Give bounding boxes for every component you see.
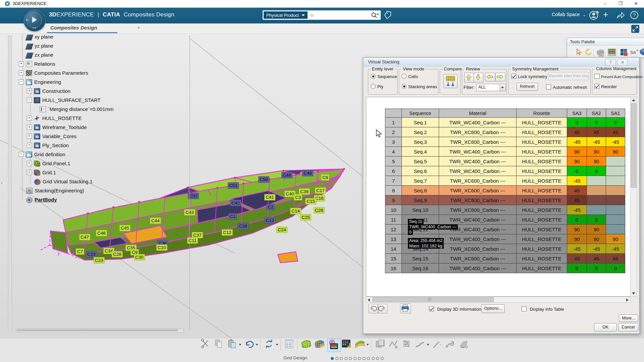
tree-item-grid-1[interactable]: +Grid.1: [10, 168, 56, 177]
sa2-cell[interactable]: [587, 205, 606, 215]
section-dot-4[interactable]: [344, 357, 347, 360]
material-cell[interactable]: TWR_XC600_Carbon ---: [439, 195, 517, 205]
tag-icon[interactable]: [383, 10, 392, 20]
row-number-cell[interactable]: 15: [385, 254, 402, 263]
stacking-table-icon[interactable]: [607, 48, 616, 57]
material-cell[interactable]: TWR_WC400_Carbon ---: [439, 157, 517, 166]
tree-item-hull-rosette[interactable]: +HULL_ROSETTE: [10, 114, 82, 123]
options-button[interactable]: Options...: [481, 304, 505, 313]
table-row-seq-6[interactable]: 6Seq.6TWR_WC400_Carbon ---HULL_ROSETTE00: [385, 166, 625, 176]
sa2-cell[interactable]: [587, 176, 606, 186]
sequence-cell[interactable]: Seq.8: [402, 186, 439, 195]
sa2-cell[interactable]: 45: [587, 127, 606, 137]
row-number-cell[interactable]: 9: [385, 195, 402, 205]
rosette-cell[interactable]: HULL_ROSETTE: [517, 176, 567, 186]
rosette-cell[interactable]: HULL_ROSETTE: [517, 137, 567, 147]
prevent-auto-computation-checkbox[interactable]: Prevent Auto Computation: [594, 73, 643, 79]
lock-symmetry-checkbox[interactable]: Lock symmetry: [511, 73, 547, 79]
sa1-cell[interactable]: -45: [606, 137, 625, 147]
row-number-cell[interactable]: 1: [385, 118, 402, 127]
dropdown-caret-icon[interactable]: [366, 344, 369, 346]
global-search[interactable]: Physical Product In: [263, 10, 381, 20]
material-cell[interactable]: TWR_XC600_Carbon ---: [439, 205, 517, 215]
tree-item-label[interactable]: Variable_Cores: [42, 133, 76, 139]
sa2-cell[interactable]: 90: [587, 225, 606, 234]
sa1-cell[interactable]: [606, 166, 625, 176]
checkbox-icon[interactable]: [511, 74, 516, 79]
help-icon[interactable]: ?: [630, 11, 639, 19]
scroll-right-icon[interactable]: [626, 298, 629, 302]
material-cell[interactable]: TWR_XC600_Carbon ---: [439, 127, 517, 137]
section-dot-1[interactable]: [331, 357, 334, 360]
rosette-cell[interactable]: HULL_ROSETTE: [517, 166, 567, 176]
radio-ply[interactable]: Ply: [371, 83, 383, 89]
tree-item-partbody[interactable]: PartBody: [10, 195, 57, 204]
rosette-cell[interactable]: HULL_ROSETTE: [517, 195, 567, 205]
sa2-cell[interactable]: 90: [587, 234, 606, 244]
sa1-cell[interactable]: 45: [606, 254, 625, 263]
cell-label-c1[interactable]: C1: [228, 213, 237, 220]
section-dot-12[interactable]: [381, 357, 384, 360]
tree-item-label[interactable]: Wireframe_Toolside: [42, 124, 87, 130]
material-cell[interactable]: TWR_WC400_Carbon ---: [439, 118, 517, 127]
tree-expander-icon[interactable]: +: [27, 88, 32, 94]
sa2-cell[interactable]: 90: [587, 157, 606, 166]
search-icon[interactable]: [371, 12, 379, 18]
sa3-cell[interactable]: 45: [567, 127, 587, 137]
cell-label-c12[interactable]: C12: [222, 229, 233, 236]
dialog-close-button[interactable]: ✕: [617, 59, 628, 66]
cell-label-c49[interactable]: C49: [281, 172, 292, 178]
tree-item-yz-plane[interactable]: yz plane: [10, 41, 53, 50]
corner-icon[interactable]: [415, 339, 427, 351]
row-number-cell[interactable]: 11: [385, 215, 402, 225]
column-header-Rosette[interactable]: Rosette: [517, 109, 567, 118]
sa1-cell[interactable]: 45: [606, 127, 625, 137]
rosette-cell[interactable]: HULL_ROSETTE: [517, 147, 567, 157]
tree-item-engineering[interactable]: −Engineering: [10, 77, 61, 86]
row-number-cell[interactable]: 3: [385, 137, 402, 147]
sa3-cell[interactable]: 45: [567, 254, 587, 263]
add-button[interactable]: +: [603, 9, 608, 20]
shell-icon[interactable]: [458, 339, 471, 351]
share-icon[interactable]: [616, 11, 625, 19]
column-header-SA1[interactable]: SA1: [606, 109, 625, 118]
row-number-cell[interactable]: 14: [385, 244, 402, 254]
radio-cells[interactable]: Cells: [401, 73, 418, 79]
table-row-seq-4[interactable]: 4Seq.4TWR_WC400_Carbon ---HULL_ROSETTE90…: [385, 147, 625, 157]
tree-expander-icon[interactable]: +: [27, 125, 32, 130]
tree-item-label[interactable]: Grid definition: [34, 152, 65, 157]
tree-item-label[interactable]: Composites Parameters: [34, 70, 88, 76]
grid-panel-icon[interactable]: [301, 339, 313, 351]
review-up-button[interactable]: [464, 73, 474, 82]
compare-button[interactable]: [443, 74, 458, 88]
plies-table-icon[interactable]: [401, 339, 414, 351]
restore-button[interactable]: ❐: [614, 0, 627, 7]
rosette-cell[interactable]: HULL_ROSETTE: [517, 157, 567, 166]
sa2-cell[interactable]: -45: [587, 137, 606, 147]
grid-virtual-stacking-icon[interactable]: [327, 339, 341, 352]
tree-expander-icon[interactable]: +: [19, 61, 24, 66]
sa1-cell[interactable]: 90: [606, 147, 625, 157]
tree-expander-icon[interactable]: +: [27, 161, 32, 166]
column-header-Material[interactable]: Material: [439, 109, 517, 118]
tree-item-label[interactable]: Engineering: [34, 79, 61, 85]
sa3-cell[interactable]: 0: [567, 263, 587, 273]
cell-label-c24[interactable]: C24: [276, 227, 287, 233]
tree-item-label[interactable]: Grid.1: [42, 170, 56, 175]
sa3-cell[interactable]: 90: [567, 157, 587, 166]
tree-expander-icon[interactable]: −: [27, 98, 32, 103]
table-row-seq-9[interactable]: 9Seq.9TWR_XC600_Carbon ---HULL_ROSETTE45: [385, 195, 625, 205]
sequence-cell[interactable]: Seq.5: [402, 157, 439, 166]
tree-item-hull-surface-start[interactable]: −HULL_SURFACE_START: [10, 96, 101, 105]
rosette-cell[interactable]: HULL_ROSETTE: [517, 186, 567, 195]
sa1-cell[interactable]: [606, 195, 625, 205]
wizard-icon[interactable]: [431, 339, 444, 351]
rosette-cell[interactable]: HULL_ROSETTE: [517, 263, 567, 273]
sa1-cell[interactable]: [606, 205, 625, 215]
sa3-cell[interactable]: 45: [567, 195, 587, 205]
section-dot-3[interactable]: [340, 357, 343, 360]
sa1-cell[interactable]: [606, 186, 625, 195]
section-dot-9[interactable]: [367, 357, 370, 360]
cell-label-c15[interactable]: C15: [305, 198, 316, 204]
sa2-cell[interactable]: 90: [587, 147, 606, 157]
